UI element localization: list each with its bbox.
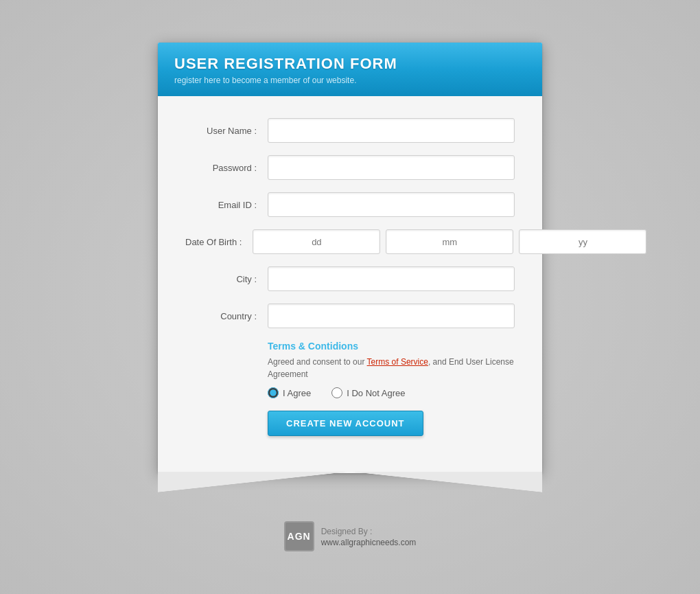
footer: AGN Designed By : www.allgraphicneeds.co…	[284, 521, 417, 551]
username-row: User Name :	[185, 118, 515, 143]
terms-text-before: Agreed and consent to our	[268, 357, 367, 367]
agree-label: I Agree	[283, 388, 311, 398]
password-input[interactable]	[268, 155, 515, 180]
dob-row: Date Of Birth :	[185, 229, 515, 254]
terms-title: Terms & Contidions	[268, 341, 515, 352]
terms-section: Terms & Contidions Agreed and consent to…	[268, 341, 515, 436]
form-wrapper: USER REGISTRATION FORM register here to …	[158, 43, 542, 494]
country-label: Country :	[185, 311, 268, 321]
dob-yy-input[interactable]	[519, 229, 646, 254]
form-header: USER REGISTRATION FORM register here to …	[158, 43, 542, 96]
city-label: City :	[185, 274, 268, 284]
email-row: Email ID :	[185, 192, 515, 217]
city-row: City :	[185, 266, 515, 291]
city-input[interactable]	[268, 266, 515, 291]
agree-option[interactable]: I Agree	[268, 387, 311, 398]
disagree-option[interactable]: I Do Not Agree	[331, 387, 405, 398]
footer-info: Designed By : www.allgraphicneeds.com	[321, 525, 417, 547]
footer-url: www.allgraphicneeds.com	[321, 538, 417, 547]
username-input[interactable]	[268, 118, 515, 143]
dob-dd-input[interactable]	[253, 229, 380, 254]
disagree-label: I Do Not Agree	[347, 388, 405, 398]
footer-logo: AGN	[284, 521, 314, 551]
country-input[interactable]	[268, 304, 515, 328]
country-row: Country :	[185, 304, 515, 328]
disagree-radio[interactable]	[331, 387, 342, 398]
registration-form: USER REGISTRATION FORM register here to …	[158, 43, 542, 473]
password-label: Password :	[185, 163, 268, 173]
email-label: Email ID :	[185, 200, 268, 210]
dob-mm-input[interactable]	[386, 229, 513, 254]
form-title: USER REGISTRATION FORM	[174, 55, 526, 73]
footer-designed-by: Designed By :	[321, 525, 417, 538]
terms-link[interactable]: Terms of Service	[367, 357, 428, 367]
agree-radio[interactable]	[268, 387, 279, 398]
email-input[interactable]	[268, 192, 515, 217]
form-subtitle: register here to become a member of our …	[174, 76, 526, 85]
dob-group	[253, 229, 646, 254]
username-label: User Name :	[185, 126, 268, 136]
radio-group: I Agree I Do Not Agree	[268, 387, 515, 398]
password-row: Password :	[185, 155, 515, 180]
terms-text: Agreed and consent to our Terms of Servi…	[268, 356, 515, 380]
form-body: User Name : Password : Email ID : Date O…	[158, 96, 542, 473]
dob-label: Date Of Birth :	[185, 237, 253, 247]
create-account-button[interactable]: CREATE NEW ACCOUNT	[268, 411, 423, 436]
